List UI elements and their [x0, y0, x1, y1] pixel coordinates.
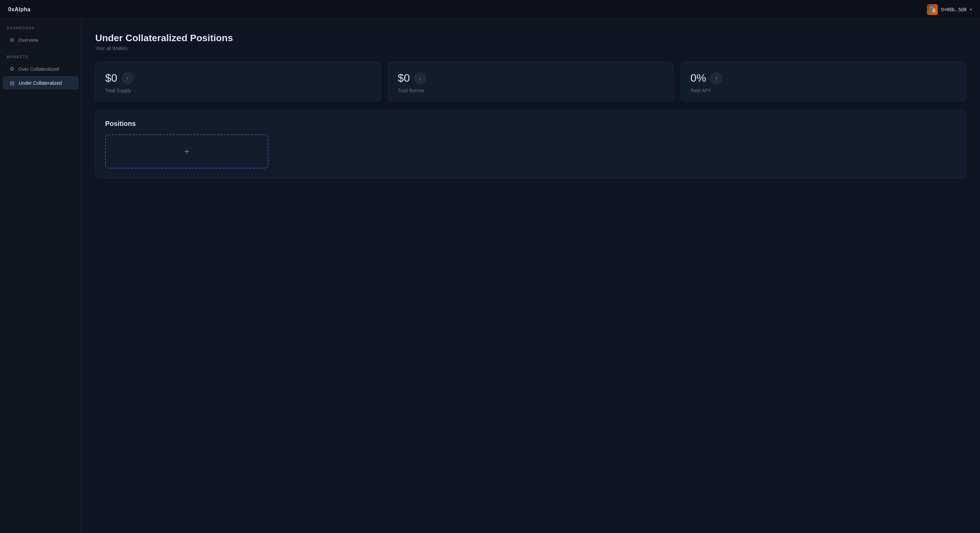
total-apy-value-row: 0% ↑ — [690, 72, 956, 84]
total-apy-value: 0% — [690, 72, 706, 84]
chevron-down-icon: ▾ — [970, 7, 972, 12]
overview-icon: ⚙ — [10, 37, 14, 43]
wallet-address: 0×86b...5d9 — [941, 7, 966, 12]
under-collateralized-label: Under Collateralized — [19, 80, 62, 86]
total-supply-label: Total Supply — [105, 88, 371, 93]
stats-row: $0 ↑ Total Supply $0 ↓ Total Borrow — [95, 62, 966, 102]
total-supply-card: $0 ↑ Total Supply — [95, 62, 381, 102]
total-apy-label: Total APY — [690, 88, 956, 93]
total-borrow-card: $0 ↓ Total Borrow — [388, 62, 674, 102]
app-body: DASHBOARD ⚙ Overview MARKETS ⚙ Over Coll… — [0, 19, 980, 533]
markets-section: MARKETS ⚙ Over Collateralized ▤ Under Co… — [0, 55, 81, 89]
sidebar-item-overview[interactable]: ⚙ Overview — [3, 33, 79, 47]
over-collateralized-label: Over Collateralized — [18, 66, 59, 72]
main-content: Under Collateralized Positions Your all … — [82, 19, 980, 533]
sidebar-item-under-collateralized[interactable]: ▤ Under Collateralized — [3, 76, 79, 89]
total-borrow-value: $0 — [398, 72, 410, 84]
under-collateralized-icon: ▤ — [10, 80, 14, 86]
over-collateralized-icon: ⚙ — [10, 66, 14, 72]
app-logo: 0xAlpha — [8, 6, 30, 13]
sidebar-item-over-collateralized[interactable]: ⚙ Over Collateralized — [3, 62, 79, 76]
markets-section-label: MARKETS — [0, 55, 81, 62]
page-subtitle: Your all Wallets — [95, 46, 966, 51]
total-supply-arrow-icon: ↑ — [121, 72, 134, 84]
total-supply-value-row: $0 ↑ — [105, 72, 371, 84]
total-supply-value: $0 — [105, 72, 118, 84]
page-title: Under Collateralized Positions — [95, 33, 966, 44]
total-borrow-label: Total Borrow — [398, 88, 664, 93]
total-borrow-arrow-icon: ↓ — [414, 72, 426, 84]
wallet-avatar: 🎭 — [927, 4, 938, 15]
wallet-selector[interactable]: 🎭 0×86b...5d9 ▾ — [927, 4, 972, 15]
total-apy-arrow-icon: ↑ — [710, 72, 722, 84]
dashboard-section: DASHBOARD ⚙ Overview — [0, 26, 81, 47]
sidebar: DASHBOARD ⚙ Overview MARKETS ⚙ Over Coll… — [0, 19, 82, 533]
header: 0xAlpha 🎭 0×86b...5d9 ▾ — [0, 0, 980, 19]
add-position-button[interactable]: + — [105, 134, 269, 169]
plus-icon: + — [184, 146, 189, 157]
total-borrow-value-row: $0 ↓ — [398, 72, 664, 84]
dashboard-section-label: DASHBOARD — [0, 26, 81, 33]
positions-card: Positions + — [95, 110, 966, 178]
overview-label: Overview — [18, 37, 38, 43]
positions-title: Positions — [105, 120, 956, 127]
total-apy-card: 0% ↑ Total APY — [681, 62, 966, 102]
